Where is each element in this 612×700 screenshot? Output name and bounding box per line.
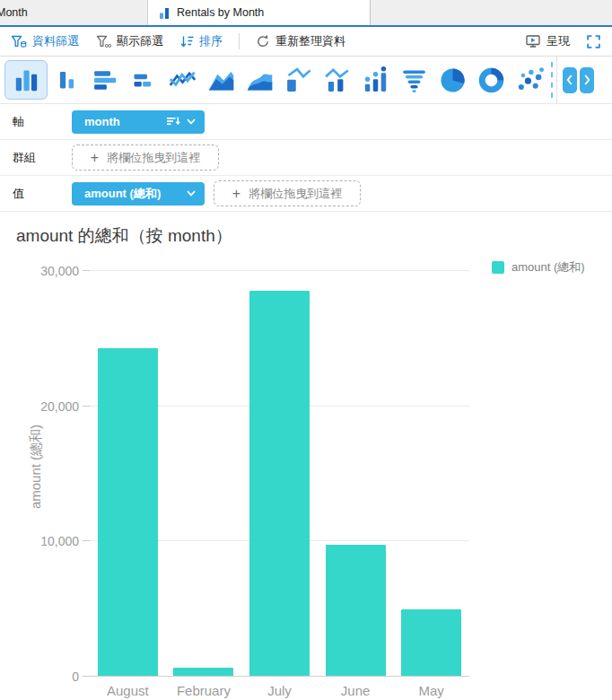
chart-panel: amount 的總和（按 month） amount (總和) amount (… (0, 212, 612, 700)
sort-icon (179, 34, 194, 48)
refresh-icon (256, 34, 270, 48)
display-filter-label: 顯示篩選 (117, 33, 163, 49)
y-tick-label: 10,000 (27, 534, 79, 548)
axis-row-label: 軸 (13, 114, 72, 130)
value-drop-zone[interactable]: + 將欄位拖曳到這裡 (214, 180, 361, 206)
sort-button[interactable]: 排序 (179, 33, 223, 49)
bar-may (401, 609, 461, 676)
group-drop-placeholder: 將欄位拖曳到這裡 (107, 150, 200, 166)
tab-bar: Month Rentals by Month (0, 0, 612, 27)
present-label: 呈現 (546, 33, 570, 49)
value-drop-placeholder: 將欄位拖曳到這裡 (249, 186, 342, 202)
axis-row: 軸 month (0, 104, 612, 140)
axis-tick (83, 270, 90, 271)
data-filter-label: 資料篩選 (32, 33, 79, 49)
chart-type-area-icon[interactable] (202, 60, 240, 100)
legend: amount (總和) (492, 259, 585, 276)
tab-rentals-label: Rentals by Month (177, 6, 264, 19)
chart-type-funnel-icon[interactable] (395, 60, 433, 100)
axis-field-name: month (84, 115, 167, 128)
present-button[interactable]: 呈現 (526, 33, 570, 49)
data-filter-icon (11, 35, 27, 48)
sort-order-icon (167, 117, 180, 127)
value-row: 值 amount (總和) + 將欄位拖曳到這裡 (0, 176, 612, 212)
gridline (90, 270, 469, 271)
chevron-right-icon (583, 74, 590, 85)
axis-tick (83, 676, 90, 677)
display-filter-icon (95, 35, 111, 48)
x-tick-label: February (166, 683, 242, 698)
chart-type-line-bar-icon[interactable] (279, 60, 318, 100)
value-field-pill[interactable]: amount (總和) (72, 182, 205, 206)
refresh-label: 重新整理資料 (275, 33, 345, 49)
axis-tick (83, 406, 90, 407)
bar-chart-tab-icon (158, 6, 170, 20)
toolbar-separator (239, 33, 240, 49)
chart-type-drag-separator (551, 62, 553, 98)
bar-july (249, 291, 310, 676)
display-filter-button[interactable]: 顯示篩選 (95, 33, 163, 49)
chart-type-column-icon[interactable] (48, 60, 86, 100)
plus-icon: + (91, 151, 99, 165)
tab-rentals-by-month[interactable]: Rentals by Month (148, 0, 371, 25)
x-tick-label: August (90, 683, 166, 698)
value-row-label: 值 (13, 186, 72, 202)
bar-june (326, 545, 386, 676)
sort-label: 排序 (199, 33, 223, 49)
chart-type-scroll (556, 57, 597, 103)
present-icon (526, 34, 541, 48)
scroll-left-button[interactable] (563, 67, 577, 93)
chart-type-pie-icon[interactable] (433, 60, 472, 100)
x-tick-label: May (393, 683, 469, 698)
chart-type-scatter-icon[interactable] (511, 60, 549, 100)
group-row: 群組 + 將欄位拖曳到這裡 (0, 140, 612, 176)
y-tick-label: 30,000 (27, 264, 79, 278)
chart-type-bar (0, 57, 612, 104)
chart-toolbar: 資料篩選 顯示篩選 排序 重新整理資料 (0, 27, 612, 57)
legend-swatch (492, 261, 504, 274)
y-tick-label: 0 (27, 669, 79, 684)
value-field-name: amount (總和) (84, 186, 187, 202)
tab-month[interactable]: Month (0, 0, 148, 25)
group-row-label: 群組 (13, 150, 72, 166)
refresh-data-button[interactable]: 重新整理資料 (256, 33, 345, 49)
fullscreen-icon (586, 34, 601, 49)
chart-type-donut-icon[interactable] (472, 60, 511, 100)
chart-type-horizontal-bar-small-icon[interactable] (125, 60, 163, 100)
chevron-down-icon (187, 118, 196, 125)
y-tick-label: 20,000 (27, 399, 79, 414)
plot-area: 010,00020,00030,000AugustFebruaryJulyJun… (90, 271, 469, 677)
bar-august (98, 348, 158, 676)
chart-title: amount 的總和（按 month） (16, 224, 232, 248)
app-window: Month Rentals by Month 資料篩選 顯示篩選 (0, 0, 612, 700)
gridline (90, 676, 469, 677)
tab-month-label: Month (0, 6, 28, 19)
x-tick-label: July (241, 683, 318, 698)
chevron-down-icon (187, 190, 196, 197)
chart-type-line-icon[interactable] (163, 60, 202, 100)
chevron-left-icon (566, 74, 573, 85)
axis-field-pill[interactable]: month (72, 110, 205, 134)
x-tick-label: June (318, 683, 394, 698)
legend-label: amount (總和) (511, 259, 585, 276)
chart-type-dot-columns-icon[interactable] (356, 60, 395, 100)
data-filter-button[interactable]: 資料篩選 (11, 33, 79, 49)
y-axis-title: amount (總和) (28, 424, 45, 509)
chart-type-horizontal-bar-icon[interactable] (86, 60, 125, 100)
axis-tick (83, 540, 90, 541)
chart-type-smooth-area-icon[interactable] (240, 60, 279, 100)
scroll-right-button[interactable] (580, 67, 594, 93)
chart-type-line-columns-icon[interactable] (318, 60, 356, 100)
chart-type-bar-icon[interactable] (4, 60, 48, 100)
fullscreen-button[interactable] (586, 34, 601, 49)
plus-icon: + (232, 187, 240, 201)
bar-february (173, 668, 233, 676)
group-drop-zone[interactable]: + 將欄位拖曳到這裡 (72, 144, 219, 171)
